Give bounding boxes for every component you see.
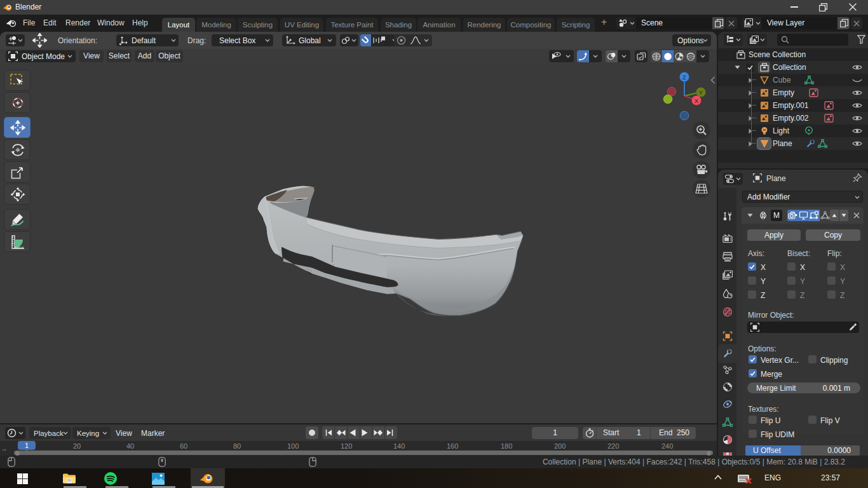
svg-text:X: X	[695, 97, 699, 104]
svg-text:Y: Y	[699, 89, 703, 96]
svg-text:Z: Z	[682, 74, 686, 81]
